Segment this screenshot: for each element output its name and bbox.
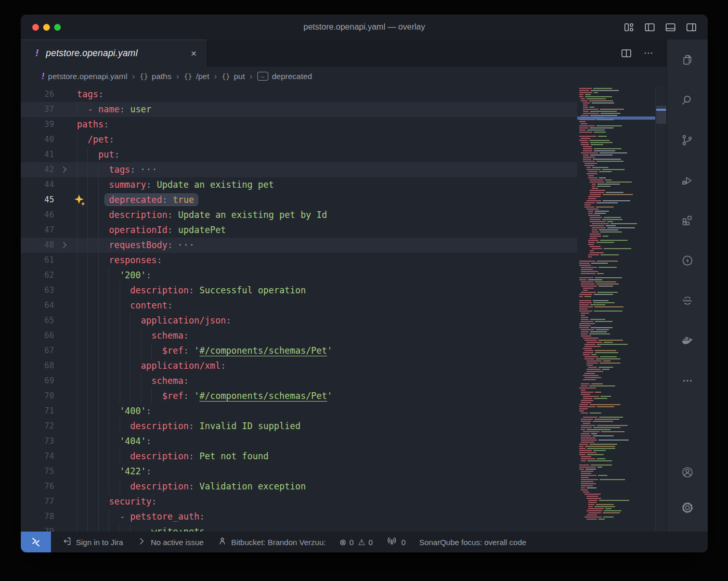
code-line-48[interactable]: 48requestBody:··· <box>21 238 577 253</box>
code-line-42[interactable]: 42tags:··· <box>21 162 577 177</box>
status-problems[interactable]: ⊗0⚠0 <box>332 532 379 552</box>
code-line-44[interactable]: 44summary: Update an existing pet <box>21 177 577 192</box>
line-number[interactable]: 26 <box>33 87 54 102</box>
line-number[interactable]: 44 <box>33 177 54 192</box>
code-line-64[interactable]: 64content: <box>21 298 577 313</box>
line-number[interactable]: 69 <box>33 373 54 389</box>
zoom-window-button[interactable] <box>54 24 61 31</box>
settings-icon[interactable] <box>676 496 699 519</box>
schema-ref-link[interactable]: #/components/schemas/Pet <box>199 391 327 401</box>
line-number[interactable]: 72 <box>33 419 54 434</box>
code-line-70[interactable]: 70$ref: '#/components/schemas/Pet' <box>21 389 577 404</box>
code-line-40[interactable]: 40/pet: <box>21 132 577 147</box>
minimap[interactable] <box>577 86 655 532</box>
schema-ref-link[interactable]: #/components/schemas/Pet <box>199 345 327 356</box>
code-line-62[interactable]: 62'200': <box>21 268 577 283</box>
status-broadcast[interactable]: 0 <box>380 532 412 552</box>
code-line-61[interactable]: 61responses: <box>21 253 577 268</box>
docker-icon[interactable] <box>676 329 699 352</box>
more-icon[interactable] <box>676 369 699 392</box>
code-editor[interactable]: 26tags:37- name: user39paths:40/pet:41pu… <box>21 86 577 532</box>
toggle-sidebar-right-icon[interactable] <box>685 21 697 33</box>
split-editor-icon[interactable] <box>620 47 632 59</box>
line-number[interactable]: 62 <box>33 268 54 283</box>
code-line-69[interactable]: 69schema: <box>21 373 577 389</box>
code-line-78[interactable]: 78- petstore_auth: <box>21 509 577 524</box>
code-line-67[interactable]: 67$ref: '#/components/schemas/Pet' <box>21 343 577 358</box>
remote-indicator[interactable] <box>21 532 51 552</box>
line-number[interactable]: 48 <box>33 238 54 253</box>
code-line-75[interactable]: 75'422': <box>21 464 577 479</box>
fold-chevron-icon[interactable] <box>60 242 66 248</box>
line-number[interactable]: 39 <box>33 117 54 132</box>
thunder-icon[interactable] <box>676 249 699 272</box>
code-line-68[interactable]: 68application/xml: <box>21 358 577 373</box>
breadcrumb-item-paths[interactable]: {}paths <box>140 72 172 81</box>
more-actions-icon[interactable]: ⋯ <box>644 47 654 59</box>
line-number[interactable]: 71 <box>33 404 54 419</box>
code-line-66[interactable]: 66schema: <box>21 328 577 343</box>
line-number[interactable]: 68 <box>33 358 54 373</box>
toggle-sidebar-left-icon[interactable] <box>643 21 656 33</box>
code-line-26[interactable]: 26tags: <box>21 87 577 102</box>
account-icon[interactable] <box>676 461 699 484</box>
breadcrumb-item-put[interactable]: {}put <box>222 72 245 81</box>
close-window-button[interactable] <box>32 24 39 31</box>
line-number[interactable]: 63 <box>33 283 54 298</box>
fold-chevron-icon[interactable] <box>60 166 66 172</box>
customize-layout-icon[interactable] <box>622 21 635 33</box>
code-line-41[interactable]: 41put: <box>21 147 577 162</box>
line-number[interactable]: 79 <box>33 524 54 532</box>
editor-scrollbar[interactable] <box>655 86 667 532</box>
source-control-icon[interactable] <box>676 129 699 152</box>
code-line-74[interactable]: 74description: Pet not found <box>21 449 577 464</box>
status-item-bitbucket-brandon-verzuu-[interactable]: Bitbucket: Brandon Verzuu: <box>211 532 333 552</box>
line-number[interactable]: 37 <box>33 102 54 117</box>
run-debug-icon[interactable] <box>676 169 699 192</box>
breadcrumb-item--pet[interactable]: {}/pet <box>184 72 209 81</box>
breadcrumb-item-petstore-openapi-yaml[interactable]: !petstore.openapi.yaml <box>42 72 127 81</box>
code-line-63[interactable]: 63description: Successful operation <box>21 283 577 298</box>
status-sonarqube-focus[interactable]: SonarQube focus: overall code <box>412 532 533 552</box>
search-icon[interactable] <box>676 89 699 112</box>
code-line-77[interactable]: 77security: <box>21 494 577 509</box>
breadcrumb-item-deprecated[interactable]: ↔deprecated <box>257 72 313 81</box>
line-number[interactable]: 70 <box>33 389 54 404</box>
code-line-46[interactable]: 46description: Update an existing pet by… <box>21 208 577 223</box>
line-number[interactable]: 46 <box>33 208 54 223</box>
status-item-no-active-issue[interactable]: No active issue <box>130 532 211 552</box>
line-number[interactable]: 64 <box>33 298 54 313</box>
code-line-39[interactable]: 39paths: <box>21 117 577 132</box>
line-number[interactable]: 41 <box>33 147 54 162</box>
code-line-72[interactable]: 72description: Invalid ID supplied <box>21 419 577 434</box>
sonarlint-icon[interactable] <box>676 289 699 312</box>
line-number[interactable]: 75 <box>33 464 54 479</box>
toggle-panel-icon[interactable] <box>664 21 677 33</box>
line-number[interactable]: 78 <box>33 509 54 524</box>
line-number[interactable]: 76 <box>33 479 54 494</box>
minimize-window-button[interactable] <box>43 24 50 31</box>
code-line-71[interactable]: 71'400': <box>21 404 577 419</box>
code-line-73[interactable]: 73'404': <box>21 434 577 449</box>
tab-close-icon[interactable]: × <box>189 47 199 59</box>
explorer-icon[interactable] <box>676 49 699 72</box>
line-number[interactable]: 73 <box>33 434 54 449</box>
code-line-76[interactable]: 76description: Validation exception <box>21 479 577 494</box>
tab-petstore-openapi-yaml[interactable]: ! petstore.openapi.yaml × <box>21 40 207 67</box>
line-number[interactable]: 47 <box>33 223 54 238</box>
line-number[interactable]: 66 <box>33 328 54 343</box>
extensions-icon[interactable] <box>676 209 699 232</box>
line-number[interactable]: 77 <box>33 494 54 509</box>
status-item-sign-in-to-jira[interactable]: Sign in to Jira <box>55 532 130 552</box>
line-number[interactable]: 61 <box>33 253 54 268</box>
code-line-47[interactable]: 47operationId: updatePet <box>21 223 577 238</box>
code-line-45[interactable]: 45deprecated: true <box>21 192 577 208</box>
code-line-65[interactable]: 65application/json: <box>21 313 577 328</box>
line-number[interactable]: 42 <box>33 162 54 177</box>
line-number[interactable]: 40 <box>33 132 54 147</box>
line-number[interactable]: 67 <box>33 343 54 358</box>
code-line-37[interactable]: 37- name: user <box>21 102 577 117</box>
line-number[interactable]: 65 <box>33 313 54 328</box>
code-line-79[interactable]: 79- write:pets <box>21 524 577 532</box>
line-number[interactable]: 45 <box>33 192 54 208</box>
